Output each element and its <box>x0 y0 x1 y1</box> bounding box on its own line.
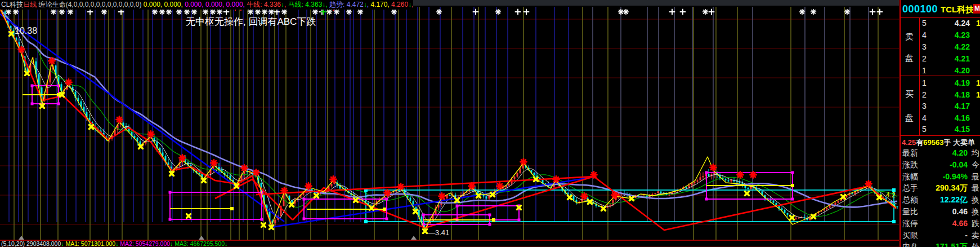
ma-segment: 2903408.000 <box>26 240 61 247</box>
volume: 1 <box>976 19 980 28</box>
quote-panel: 000100TCL科技 M 卖盘买盘54.24144.2334.2224.211… <box>900 0 980 247</box>
candle-body <box>824 209 825 210</box>
candle-body <box>795 218 797 219</box>
box-handle[interactable] <box>422 214 425 217</box>
candle-body <box>697 180 699 182</box>
label: 量比 <box>902 207 918 217</box>
value: 0.46 <box>952 207 968 216</box>
candle-body <box>798 218 800 219</box>
candle-body <box>835 202 836 205</box>
big-order-text: 有 <box>916 138 923 147</box>
candle-body <box>514 177 516 179</box>
label-cut: 均 <box>972 148 979 158</box>
chan-zigzag-line <box>0 8 896 230</box>
box-handle[interactable] <box>705 198 708 201</box>
price: 4.17 <box>955 102 970 111</box>
divider <box>901 135 980 136</box>
price: 4.15 <box>955 125 970 134</box>
value: 171.51万 <box>936 242 968 247</box>
box-handle[interactable] <box>303 218 306 220</box>
candle-body <box>840 200 842 201</box>
box-handle[interactable] <box>303 198 306 201</box>
ma-segment: (5,10,20) <box>1 240 26 247</box>
box-handle[interactable] <box>791 171 794 174</box>
position-triangle[interactable] <box>199 236 204 240</box>
price: 4.20 <box>955 66 970 75</box>
ma-fast-line <box>2 12 897 222</box>
box-handle[interactable] <box>705 171 708 174</box>
panel-badge-button[interactable]: M <box>973 4 980 14</box>
segment-handle[interactable] <box>492 218 495 222</box>
candle-body <box>731 180 732 182</box>
indicator-segment: 4.170 <box>370 1 387 8</box>
label-cut: 跌 <box>972 219 979 229</box>
box-handle[interactable] <box>386 198 388 201</box>
position-triangle[interactable] <box>19 236 24 240</box>
value: 290.34万 <box>936 183 968 193</box>
label-cut: 外 <box>972 242 979 247</box>
label-cut: 最 <box>972 172 979 182</box>
volume-ma-bar[interactable]: (5,10,20) 2903408.000↓ MA1: 5071301.000↓… <box>1 241 227 247</box>
candle-body <box>781 208 783 209</box>
volume: 1 <box>976 90 980 99</box>
label-cut: 换 <box>972 207 979 217</box>
big-order-price: 4.25 <box>902 138 916 147</box>
ma-segment: MA2: 5054279.000 <box>118 240 170 247</box>
ma-segment: MA1: 5071301.000 <box>64 240 116 247</box>
indicator-segment: 趋势: 4.472 <box>329 1 364 8</box>
indicator-segment: , <box>411 1 413 8</box>
candle-body <box>694 182 696 183</box>
box-handle[interactable] <box>489 214 491 217</box>
box-handle[interactable] <box>31 103 34 105</box>
indicator-segment: 4.260 <box>391 1 408 8</box>
price: 4.19 <box>955 78 970 87</box>
current-price-tag: 4.2 <box>886 191 896 199</box>
indicator-bar[interactable]: CL科技日线 缠论生命(4,0,0,0,0,0,0,0,0,0,0,0,0) 0… <box>0 0 413 10</box>
level: 3 <box>922 42 927 51</box>
indicator-segment: 马线: 4.363 <box>288 1 323 8</box>
level: 5 <box>922 19 927 28</box>
segment-handle[interactable] <box>791 184 794 187</box>
trading-terminal: 10.38无中枢无操作, 回调有ABC下跌—3.414.2 CL科技日线 缠论生… <box>0 0 980 247</box>
price: 4.22 <box>955 42 970 51</box>
box-handle[interactable] <box>31 85 34 87</box>
box-handle[interactable] <box>386 218 388 220</box>
label-cut: 最 <box>972 183 979 193</box>
box-handle[interactable] <box>261 218 263 221</box>
box-handle[interactable] <box>489 223 491 226</box>
ma-slow-line <box>2 12 897 208</box>
main-chart[interactable]: 10.38无中枢无操作, 回调有ABC下跌—3.414.2 <box>0 0 899 247</box>
ma-segment: MA3: 4667295.500 <box>173 240 225 247</box>
stock-name: TCL科技 <box>941 5 974 14</box>
box-handle[interactable] <box>791 198 794 201</box>
box-handle[interactable] <box>456 205 459 208</box>
level: 4 <box>922 30 927 39</box>
segment-handle[interactable] <box>230 207 234 210</box>
candle-body <box>227 175 229 176</box>
candle-body <box>852 193 853 195</box>
candle-body <box>748 188 749 189</box>
candle-body <box>612 200 614 205</box>
level: 1 <box>922 66 927 75</box>
label: 最新 <box>902 148 918 158</box>
candle-body <box>573 196 575 200</box>
box-handle[interactable] <box>169 191 172 194</box>
box-handle[interactable] <box>518 219 521 222</box>
indicator-segment: 0.000, 0.000, <box>144 1 185 8</box>
candle-body <box>486 196 487 199</box>
label: 总手 <box>902 183 918 193</box>
candle-body <box>657 191 659 193</box>
box-handle[interactable] <box>169 218 172 221</box>
indicator-segment: 缠论生命(4,0,0,0,0,0,0,0,0,0,0,0,0) <box>37 1 143 8</box>
panel-title: 000100TCL科技 <box>902 3 974 15</box>
box-handle[interactable] <box>364 220 368 223</box>
candle-body <box>826 208 828 209</box>
orderbook-side-label: 盘 <box>905 53 914 64</box>
candle-body <box>691 183 693 186</box>
segment-handle[interactable] <box>383 208 386 211</box>
blue-trend-line <box>0 14 284 222</box>
candle-body <box>331 184 333 186</box>
box-handle[interactable] <box>892 220 896 223</box>
box-handle[interactable] <box>57 103 60 105</box>
position-triangle[interactable] <box>411 236 417 240</box>
